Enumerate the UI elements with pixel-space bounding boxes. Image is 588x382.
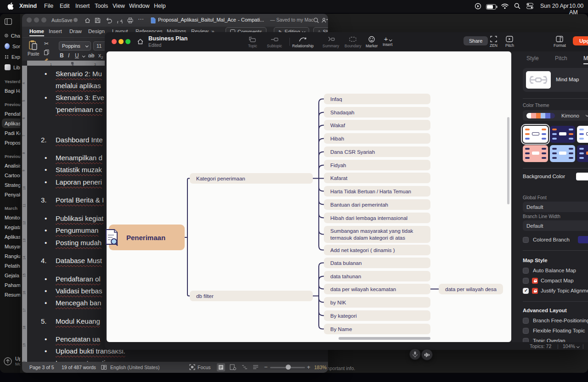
menu-edit[interactable]: Edit <box>60 3 70 9</box>
auto-balance-checkbox[interactable] <box>523 268 529 274</box>
zoom-level[interactable]: 104% <box>563 343 579 349</box>
focus-icon[interactable] <box>189 364 195 371</box>
subtopic[interactable]: Hibah <box>324 133 430 144</box>
subtopic[interactable]: Shadaqah <box>324 107 430 118</box>
chat-item[interactable]: Rangkai <box>0 251 20 261</box>
chat-item[interactable]: Gejala <box>0 270 20 280</box>
subtopic[interactable]: data tahunan <box>324 271 430 281</box>
control-center-icon[interactable] <box>526 3 533 11</box>
paste-label[interactable]: Paste <box>28 51 40 56</box>
color-theme-select[interactable]: Kimono <box>523 110 588 121</box>
topic-tool[interactable]: Topic <box>248 36 257 48</box>
branch-free-positioning-checkbox[interactable] <box>523 318 529 324</box>
close-button[interactable] <box>27 17 32 22</box>
chat-item[interactable]: Pendafta <box>0 109 20 118</box>
minimize-button[interactable] <box>119 39 124 44</box>
marker-tool[interactable]: Marker <box>366 36 378 48</box>
chat-item[interactable]: Strategi <box>0 180 20 190</box>
subtopic[interactable]: data per wilayah kecamatan <box>324 284 430 294</box>
theme-card[interactable] <box>577 145 588 162</box>
chat-item[interactable]: Padi Ken <box>0 128 20 138</box>
upgrade-button[interactable]: Upgrade <box>573 36 588 45</box>
strikethrough-button[interactable]: ab <box>88 52 94 59</box>
view-print-layout-icon[interactable] <box>230 364 236 371</box>
relationship-tool[interactable]: Relationship <box>292 36 314 48</box>
central-topic[interactable]: Penerimaan <box>109 225 185 250</box>
underline-options-chevron[interactable] <box>82 54 85 57</box>
mindmap-canvas[interactable]: Penerimaan Kategori penerimaan db filter… <box>107 51 511 342</box>
structure-card[interactable]: Mind Map <box>523 68 588 92</box>
chat-item[interactable]: Penyakit <box>0 190 20 199</box>
subtopic[interactable]: Dana CSR Syariah <box>324 146 430 157</box>
minimize-button[interactable] <box>34 17 39 22</box>
subtopic[interactable]: by NIK <box>324 297 430 308</box>
background-color-swatch[interactable] <box>576 173 588 180</box>
justify-alignment-checkbox[interactable] <box>523 288 529 294</box>
subtopic[interactable]: Data bulanan <box>324 258 430 268</box>
pitch-button[interactable]: Pitch <box>505 36 514 48</box>
more-toolbar-icon[interactable]: ⋯ <box>138 16 144 22</box>
apple-menu-icon[interactable] <box>7 2 14 12</box>
subtopic[interactable]: Sumbangan masyarakat yang tidak termasuk… <box>324 226 430 243</box>
topic-overlap-checkbox[interactable] <box>523 338 529 342</box>
theme-card[interactable] <box>550 126 575 143</box>
chat-item[interactable]: Paham A <box>0 280 20 290</box>
home-icon[interactable] <box>85 17 90 25</box>
flexible-floating-topic-checkbox[interactable] <box>523 328 529 334</box>
home-icon[interactable] <box>137 38 144 47</box>
chat-item[interactable]: Analisis <box>0 161 20 170</box>
format-panel-button[interactable]: Format <box>554 36 566 48</box>
menu-insert[interactable]: Insert <box>75 3 90 9</box>
sidebar-item-library[interactable]: Lib <box>0 62 20 73</box>
vertical-scrollbar[interactable] <box>507 117 509 204</box>
sidebar-toggle-icon[interactable] <box>5 18 12 26</box>
menu-app-name[interactable]: Xmind <box>19 3 37 9</box>
colored-branch-checkbox[interactable] <box>523 237 529 243</box>
subtopic[interactable]: Bantuan dari pemerintah <box>324 199 430 210</box>
print-icon[interactable] <box>127 17 133 25</box>
zen-mode-button[interactable]: ZEN <box>490 36 498 48</box>
redo-icon[interactable] <box>117 17 123 25</box>
subtopic[interactable]: Hibah dari lembaga internasional <box>324 213 430 223</box>
close-button[interactable] <box>112 39 117 44</box>
menu-view[interactable]: View <box>113 3 125 9</box>
view-draft-icon[interactable] <box>253 364 259 371</box>
subtopic[interactable]: Add net kategori ( dinamis ) <box>324 245 430 255</box>
chat-item[interactable]: Cartoon <box>0 170 20 180</box>
zoom-button[interactable] <box>125 39 130 44</box>
word-count[interactable]: 19 of 487 words <box>62 365 96 370</box>
proofing-icon[interactable] <box>101 364 107 371</box>
share-contact-icon[interactable] <box>322 17 328 25</box>
font-name-select[interactable]: Poppins <box>59 41 91 51</box>
subtopic[interactable]: Wakaf <box>324 120 430 130</box>
chat-item-selected[interactable]: Aplikasi <box>2 118 20 128</box>
subtopic[interactable]: Infaq <box>324 94 430 104</box>
menu-file[interactable]: File <box>44 3 53 9</box>
sidebar-upgrade[interactable]: UpMo <box>4 356 20 366</box>
summary-tool[interactable]: Summary <box>322 36 339 48</box>
theme-card[interactable] <box>523 145 548 162</box>
menubar-time[interactable]: 10.00 AM <box>569 3 588 16</box>
tab-home[interactable]: Home <box>29 28 44 36</box>
page-indicator[interactable]: Page 3 of 5 <box>29 365 54 370</box>
italic-button[interactable]: I <box>68 52 69 59</box>
tab-design[interactable]: Design <box>88 28 105 34</box>
menubar-date[interactable]: Sun 20 Apr <box>540 3 569 9</box>
compact-map-checkbox[interactable] <box>523 278 529 284</box>
theme-card[interactable] <box>550 145 575 162</box>
view-outline-icon[interactable] <box>242 364 248 371</box>
chat-item[interactable]: Musyawa <box>0 242 20 251</box>
screen-mirroring-icon[interactable] <box>475 3 481 11</box>
subtopic[interactable]: data per wilayah desa <box>439 284 503 294</box>
menu-window[interactable]: Window <box>129 3 149 9</box>
chat-item[interactable]: Monitori <box>0 213 20 222</box>
subtopic-tool[interactable]: Subtopic <box>267 36 282 48</box>
cut-icon[interactable]: ✂ <box>44 40 49 47</box>
subtopic[interactable]: By Name <box>324 324 430 334</box>
branch-color-swatch[interactable] <box>578 236 588 243</box>
sidebar-item-chatgpt[interactable]: Cha <box>0 30 20 41</box>
microphone-button[interactable] <box>409 348 421 360</box>
global-font-select[interactable]: Default <box>523 202 588 212</box>
subtopic[interactable]: Harta Tidak Bertuan / Harta Temuan <box>324 186 430 197</box>
spotlight-search-icon[interactable] <box>514 3 520 11</box>
